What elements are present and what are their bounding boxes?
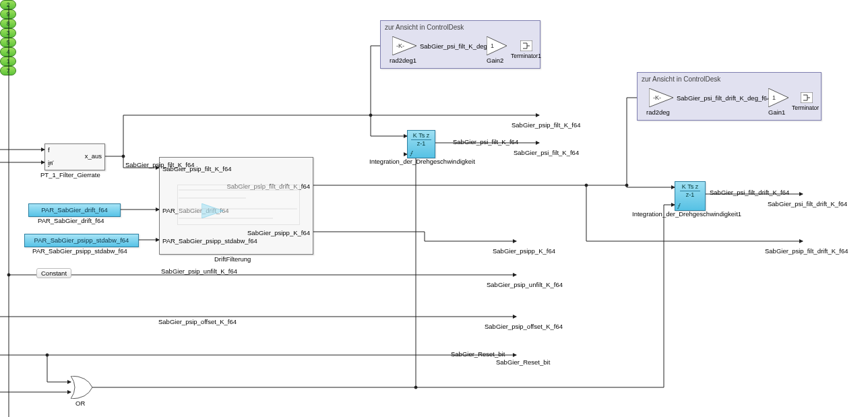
svg-rect-16: [801, 92, 813, 103]
label-driftfilterung: DriftFilterung: [214, 255, 251, 263]
const-drift[interactable]: PAR_SabGier_drift_f64: [28, 203, 121, 217]
label-integ2: Integration_der_Drehgeschwindigkeit1: [632, 210, 741, 218]
drift-out2: SabGier_psipp_K_f64: [247, 229, 310, 236]
pt1-in-f: f: [48, 146, 50, 154]
gain-rad2deg1[interactable]: -K-: [392, 36, 416, 55]
integ2-bot: z-1: [686, 191, 695, 198]
terminator[interactable]: [801, 92, 813, 103]
label-or: OR: [75, 399, 85, 407]
label-const-drift: PAR_SabGier_drift_f64: [38, 217, 104, 224]
gain-rad2deg[interactable]: -K-: [649, 88, 673, 107]
svg-rect-11: [520, 40, 532, 51]
group-title-2: zur Ansicht in ControlDesk: [642, 75, 720, 83]
svg-marker-9: [487, 36, 507, 55]
outport-3-label: SabGier_psip_unfilt_K_f64: [487, 281, 563, 288]
svg-point-1: [369, 114, 372, 117]
label-integ1: Integration_der_Drehgeschwindigkeit: [369, 158, 475, 165]
integ1-bot: z-1: [417, 140, 426, 147]
outport-8-label: SabGier_psipp_K_f64: [493, 247, 555, 255]
gain-gain2[interactable]: 1: [487, 36, 507, 55]
outport-2-label: SabGier_psip_filt_K_f64: [512, 121, 580, 129]
integ2-top: K Ts z: [680, 183, 700, 191]
svg-text:1: 1: [772, 94, 776, 101]
label-pt1: PT_1_Filter_Gierrate: [40, 171, 100, 179]
outport-7-label: SabGier_psip_filt_drift_K_f64: [765, 247, 848, 255]
signal-psi-filt-drift-deg: SabGier_psi_filt_drift_K_deg_f64: [677, 94, 770, 102]
svg-point-5: [46, 354, 49, 356]
svg-point-0: [122, 155, 125, 158]
integ1-top: K Ts z: [411, 132, 431, 140]
block-or-gate[interactable]: [71, 376, 92, 399]
outport-1-label: SabGier_psi_filt_drift_K_f64: [768, 200, 847, 207]
signal-psip-offset-left: SabGier_psip_offset_K_f64: [158, 318, 237, 325]
outport-2[interactable]: 2: [0, 0, 16, 9]
outport-4-label: SabGier_Reset_bit: [496, 358, 550, 366]
group-title-1: zur Ansicht in ControlDesk: [385, 24, 464, 31]
outport-4[interactable]: 4: [0, 47, 16, 57]
outport-9-label: SabGier_psi_filt_K_f64: [514, 149, 579, 156]
label-gain2: Gain2: [487, 57, 503, 64]
note-constant: Constant: [36, 268, 71, 278]
block-pt1-filter[interactable]: f in x_aus: [44, 143, 105, 170]
const-stdabw[interactable]: PAR_SabGier_psipp_stdabw_f64: [24, 234, 139, 247]
outport-1[interactable]: 1: [0, 57, 16, 66]
label-rad2deg1: rad2deg1: [390, 57, 416, 64]
svg-point-17: [48, 166, 49, 167]
signal-psi-filt: SabGier_psi_filt_K_f64: [453, 138, 518, 146]
signal-psi-filt-drift: SabGier_psi_filt_drift_K_f64: [710, 189, 789, 196]
svg-point-2: [625, 184, 628, 187]
outport-5-label: SabGier_psip_offset_K_f64: [485, 323, 563, 330]
outport-9[interactable]: 9: [0, 9, 16, 19]
terminator1[interactable]: [520, 40, 532, 51]
signal-psip-filt-1: SabGier_psip_filt_K_f64: [125, 161, 194, 168]
svg-point-6: [414, 386, 417, 389]
label-const-stdabw: PAR_SabGier_psipp_stdabw_f64: [32, 247, 127, 255]
svg-point-3: [585, 184, 588, 187]
outport-8[interactable]: 8: [0, 19, 16, 28]
block-integrator-2[interactable]: K Ts z z-1 ⨍: [675, 181, 706, 211]
gain-gain1[interactable]: 1: [768, 88, 788, 107]
block-integrator-1[interactable]: K Ts z z-1 ⨍: [407, 130, 435, 158]
signal-psip-unfilt-left: SabGier_psip_unfilt_K_f64: [161, 267, 237, 275]
signal-reset-left: SabGier_Reset_bit: [451, 350, 505, 358]
label-gain1: Gain1: [768, 108, 785, 116]
svg-text:-K-: -K-: [396, 42, 404, 49]
drift-in3: PAR_SabGier_psipp_stdabw_f64: [162, 237, 257, 245]
outport-7[interactable]: 7: [0, 66, 16, 75]
svg-text:1: 1: [491, 42, 494, 49]
outport-5[interactable]: 5: [0, 38, 16, 47]
label-terminator1: Terminator1: [511, 53, 541, 59]
label-rad2deg: rad2deg: [646, 108, 670, 116]
label-terminator: Terminator: [792, 104, 819, 111]
outport-3[interactable]: 3: [0, 28, 16, 38]
pt1-out: x_aus: [85, 152, 102, 160]
svg-marker-14: [768, 88, 788, 107]
svg-text:-K-: -K-: [653, 94, 661, 101]
svg-point-4: [7, 274, 10, 276]
block-driftfilterung[interactable]: SabGier_psip_filt_K_f64 PAR_SabGier_drif…: [159, 157, 313, 255]
